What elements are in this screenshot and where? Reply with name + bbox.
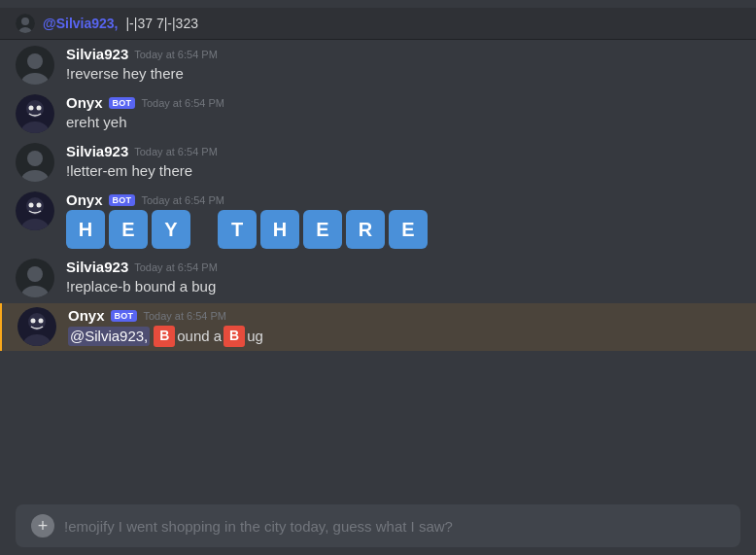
bot-badge: BOT: [109, 97, 136, 109]
bot-badge: BOT: [111, 310, 138, 322]
message-header: Onyx BOT Today at 6:54 PM: [66, 94, 740, 111]
message-text: ereht yeh: [66, 113, 740, 133]
username: Silvia923: [66, 143, 128, 159]
message-text: @Silvia923, B ound a B ug: [68, 326, 263, 347]
message-group: Onyx BOT Today at 6:54 PM ereht yeh: [0, 90, 756, 137]
message-group: Silvia923 Today at 6:54 PM !replace-b bo…: [0, 255, 756, 301]
letter-box-e: E: [109, 210, 148, 249]
word-ound: ound a: [177, 327, 222, 347]
message-content: Onyx BOT Today at 6:54 PM H E Y T H E R …: [66, 191, 740, 249]
letter-box-h: H: [66, 210, 105, 249]
top-avatar: [16, 14, 35, 33]
svg-point-25: [39, 319, 44, 324]
message-input[interactable]: [64, 518, 725, 535]
svg-point-16: [29, 203, 34, 208]
username: Silvia923: [66, 46, 128, 62]
timestamp: Today at 6:54 PM: [143, 310, 226, 322]
letter-box-r: R: [346, 210, 385, 249]
message-text: !reverse hey there: [66, 64, 740, 85]
message-group: Onyx BOT Today at 6:54 PM H E Y T H E R …: [0, 188, 756, 253]
letter-box-y: Y: [152, 210, 190, 249]
letter-box-t: T: [218, 210, 257, 249]
svg-point-4: [27, 53, 43, 69]
timestamp: Today at 6:54 PM: [141, 97, 224, 109]
message-header: Silvia923 Today at 6:54 PM: [66, 259, 740, 275]
message-content: Onyx BOT Today at 6:54 PM @Silvia923, B …: [68, 307, 740, 347]
message-text: !letter-em hey there: [66, 161, 740, 182]
letter-box-e2: E: [303, 210, 342, 249]
avatar: [17, 307, 56, 346]
svg-point-8: [29, 106, 34, 111]
message-header: Onyx BOT Today at 6:54 PM: [66, 191, 740, 208]
avatar: [16, 143, 54, 182]
message-content: Silvia923 Today at 6:54 PM !letter-em he…: [66, 143, 740, 182]
bot-badge: BOT: [109, 194, 136, 206]
svg-point-20: [27, 266, 43, 282]
word-ug: ug: [247, 327, 263, 347]
message-content: Silvia923 Today at 6:54 PM !reverse hey …: [66, 46, 740, 85]
message-group-highlighted: Onyx BOT Today at 6:54 PM @Silvia923, B …: [0, 303, 756, 351]
top-mention: @Silvia923,: [41, 16, 120, 31]
b-box-2: B: [223, 326, 245, 347]
message-content: Onyx BOT Today at 6:54 PM ereht yeh: [66, 94, 740, 133]
letter-box-h2: H: [260, 210, 299, 249]
top-text: |-|37 7|-|323: [125, 16, 197, 31]
message-header: Silvia923 Today at 6:54 PM: [66, 143, 740, 159]
svg-point-17: [37, 203, 42, 208]
timestamp: Today at 6:54 PM: [134, 49, 218, 60]
avatar: [16, 94, 54, 133]
message-group: Silvia923 Today at 6:54 PM !letter-em he…: [0, 139, 756, 186]
letter-box-space: [194, 210, 214, 249]
message-header: Onyx BOT Today at 6:54 PM: [68, 307, 740, 324]
top-message: @Silvia923, |-|37 7|-|323: [0, 8, 756, 40]
mention: @Silvia923,: [68, 327, 150, 347]
input-area: [16, 504, 740, 547]
letter-box-e3: E: [389, 210, 428, 249]
letter-boxes: H E Y T H E R E: [66, 210, 740, 249]
svg-point-24: [31, 319, 36, 324]
timestamp: Today at 6:54 PM: [134, 146, 218, 157]
messages-container: @Silvia923, |-|37 7|-|323 Silvia923 Toda…: [0, 0, 756, 497]
username: Onyx: [68, 307, 105, 324]
timestamp: Today at 6:54 PM: [134, 261, 218, 273]
avatar: [16, 191, 54, 230]
message-text: !replace-b bound a bug: [66, 277, 740, 297]
add-button[interactable]: [31, 514, 54, 538]
message-group: Silvia923 Today at 6:54 PM !reverse hey …: [0, 42, 756, 88]
timestamp: Today at 6:54 PM: [141, 194, 224, 206]
username: Onyx: [66, 94, 103, 111]
avatar: [16, 259, 54, 297]
avatar: [16, 46, 54, 85]
b-box-1: B: [154, 326, 175, 347]
username: Silvia923: [66, 259, 128, 275]
username: Onyx: [66, 191, 103, 208]
message-header: Silvia923 Today at 6:54 PM: [66, 46, 740, 62]
message-content: Silvia923 Today at 6:54 PM !replace-b bo…: [66, 259, 740, 297]
svg-point-9: [37, 106, 42, 111]
svg-point-1: [21, 17, 29, 25]
svg-point-12: [27, 151, 43, 166]
